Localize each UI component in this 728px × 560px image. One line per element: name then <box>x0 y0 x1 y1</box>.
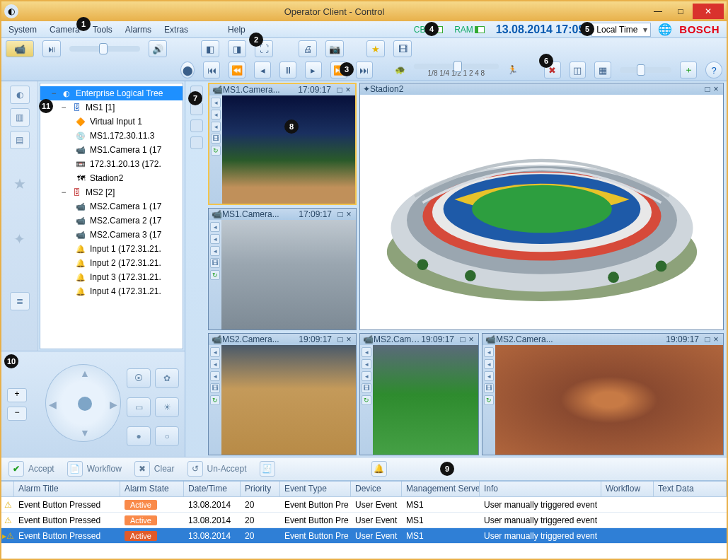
ribbon-icon[interactable] <box>190 119 203 132</box>
next-frame-button[interactable]: ▸ <box>305 62 322 78</box>
pane-max-button[interactable]: □ <box>703 334 712 344</box>
image-pane[interactable]: 📹MS1.Camera...17:09:17□× ◂◂◂🎞↻ 8 <box>208 83 357 205</box>
pane-tool-icon[interactable]: ◂ <box>484 371 494 381</box>
tree-item[interactable]: 📹MS1.Camera 1 (17 <box>40 143 183 157</box>
accept-button[interactable]: ✔Accept <box>8 461 54 477</box>
tree-item[interactable]: 📹MS2.Camera 3 (17 <box>40 228 183 242</box>
pane-max-button[interactable]: □ <box>458 334 467 344</box>
timezone-select[interactable]: Local Time <box>591 23 651 37</box>
th-datetime[interactable]: Date/Time <box>184 482 241 496</box>
tree-item[interactable]: 🔔Input 2 (172.31.21. <box>40 256 183 270</box>
th-eventtype[interactable]: Event Type <box>280 482 351 496</box>
pane-tool-icon[interactable]: ◂ <box>210 359 220 369</box>
pane-close-button[interactable]: × <box>712 334 720 344</box>
speed-slider[interactable] <box>414 64 499 69</box>
tree-item[interactable]: 🔔Input 1 (172.31.21. <box>40 242 183 256</box>
maximize-button[interactable]: □ <box>670 4 691 19</box>
pane-tool-icon[interactable]: ◂ <box>362 371 371 381</box>
table-row[interactable]: ▸⚠Event Button PressedActive13.08.201420… <box>1 528 727 544</box>
th-priority[interactable]: Priority <box>241 482 280 496</box>
pane-tool-icon[interactable]: ◂ <box>210 246 220 256</box>
bell-button[interactable]: 🔔 <box>371 461 387 477</box>
zoom-in-button[interactable]: + <box>7 388 27 402</box>
tree-item[interactable]: 💿MS1.172.30.11.3 <box>40 129 183 143</box>
ribbon-icon[interactable] <box>190 136 203 149</box>
print-icon[interactable]: 🖨 <box>299 40 317 57</box>
map-pane[interactable]: ✦Stadion2□× <box>359 83 724 330</box>
pane-max-button[interactable]: □ <box>703 84 712 94</box>
image-pane[interactable]: 📹MS1.Camera...17:09:17□× ◂◂◂🎞↻ <box>208 208 357 330</box>
menu-help[interactable]: Help <box>228 25 245 35</box>
tree-alt1-icon[interactable]: ▥ <box>10 108 30 127</box>
workflow-button[interactable]: 📄Workflow <box>67 461 122 477</box>
ptz-preset-2[interactable]: ✿ <box>155 368 179 388</box>
close-button[interactable]: ✕ <box>693 4 724 19</box>
ptz-iris-close[interactable]: ● <box>127 426 151 446</box>
globe-icon[interactable]: 🌐 <box>658 23 672 36</box>
minimize-button[interactable]: — <box>647 4 669 19</box>
live-mode-button[interactable]: 📹 <box>6 40 34 57</box>
pane-layout-b-button[interactable]: ▦ <box>594 62 611 78</box>
layout-1-icon[interactable]: ◧ <box>201 40 219 57</box>
pane-tool-icon[interactable]: 🎞 <box>210 383 220 393</box>
pane-close-button[interactable]: × <box>467 334 475 344</box>
rewind-fast-button[interactable]: ⏮ <box>203 62 220 78</box>
image-pane[interactable]: 📹MS2.Camera...19:09:17□× ◂◂◂🎞↻ <box>359 333 479 455</box>
tree-item[interactable]: 📼172.31.20.13 (172. <box>40 157 183 171</box>
snapshot-icon[interactable]: 📷 <box>325 40 344 57</box>
clear-button[interactable]: ✖Clear <box>134 461 175 477</box>
alarm-doc-button[interactable]: 🧾 <box>260 461 275 477</box>
add-pane-button[interactable]: ＋ <box>680 62 697 78</box>
ptz-focus-far[interactable]: ☀ <box>155 397 179 417</box>
tree-root[interactable]: −◐Enterprise Logical Tree <box>40 86 183 100</box>
tree-sel-icon[interactable]: ◐ <box>10 86 30 104</box>
menu-alarms[interactable]: Alarms <box>125 25 151 35</box>
record-icon[interactable]: ⬤ <box>180 62 195 78</box>
pane-tool-icon[interactable]: ↻ <box>210 270 220 280</box>
pane-tool-icon[interactable]: ◂ <box>362 347 371 357</box>
pane-close-button[interactable]: × <box>345 209 353 219</box>
ptz-focus-near[interactable]: ▭ <box>127 397 151 417</box>
ptz-iris-open[interactable]: ○ <box>155 426 179 446</box>
pause-button[interactable]: ⏸ <box>279 62 296 78</box>
favorites-icon[interactable]: ★ <box>10 175 30 193</box>
th-state[interactable]: Alarm State <box>120 482 184 496</box>
pane-tool-icon[interactable]: ↻ <box>362 395 371 405</box>
pane-max-button[interactable]: □ <box>336 334 345 344</box>
pane-tool-icon[interactable]: ◂ <box>210 347 220 357</box>
th-mgmt[interactable]: Management Serve <box>402 482 480 496</box>
tree-alt2-icon[interactable]: ▤ <box>10 131 30 149</box>
unaccept-button[interactable]: ↺Un-Accept <box>187 461 247 477</box>
pane-tool-icon[interactable]: 🎞 <box>362 383 371 393</box>
zoom-out-button[interactable]: − <box>7 407 27 421</box>
speaker-icon[interactable]: 🔊 <box>149 40 167 57</box>
tree-item[interactable]: 🔶Virtual Input 1 <box>40 115 183 129</box>
favorite-icon[interactable]: ★ <box>366 40 385 57</box>
th-workflow[interactable]: Workflow <box>601 482 654 496</box>
pane-tool-icon[interactable]: ↻ <box>484 395 494 405</box>
image-pane[interactable]: 📹MS2.Camera...19:09:17□× ◂◂◂🎞↻ <box>482 333 724 455</box>
th-info[interactable]: Info <box>480 482 601 496</box>
step-back-button[interactable]: ⏪ <box>229 62 245 78</box>
pane-max-button[interactable]: □ <box>336 209 345 219</box>
tree-item[interactable]: 📹MS2.Camera 2 (17 <box>40 214 183 228</box>
pane-close-button[interactable]: × <box>712 84 720 94</box>
pane-max-button[interactable]: □ <box>335 85 344 95</box>
th-device[interactable]: Device <box>351 482 402 496</box>
menu-extras[interactable]: Extras <box>164 25 188 35</box>
pane-tool-icon[interactable]: ◂ <box>211 122 221 132</box>
prev-frame-button[interactable]: ◂ <box>254 62 271 78</box>
pane-tool-icon[interactable]: ↻ <box>210 395 220 405</box>
tree-item[interactable]: 🔔Input 4 (172.31.21. <box>40 284 183 298</box>
tree-ms1[interactable]: −🗄MS1 [1] <box>40 100 183 115</box>
forward-fast-button[interactable]: ⏭ <box>356 62 373 78</box>
ptz-joystick[interactable]: ▲ ▼ ◀ ▶ <box>45 364 121 442</box>
tree-item[interactable]: 📹MS2.Camera 1 (17 <box>40 199 183 214</box>
table-row[interactable]: ⚠Event Button PressedActive13.08.201420E… <box>1 497 727 513</box>
image-pane[interactable]: 📹MS2.Camera...19:09:17□× ◂◂◂🎞↻ <box>208 333 357 455</box>
tree-item[interactable]: 🗺Stadion2 <box>40 171 183 185</box>
tree-ms2[interactable]: −🗄MS2 [2] <box>40 185 183 199</box>
pane-tool-icon[interactable]: ↻ <box>211 146 221 156</box>
pane-tool-icon[interactable]: ◂ <box>484 359 494 369</box>
pane-tool-icon[interactable]: ◂ <box>211 98 221 107</box>
